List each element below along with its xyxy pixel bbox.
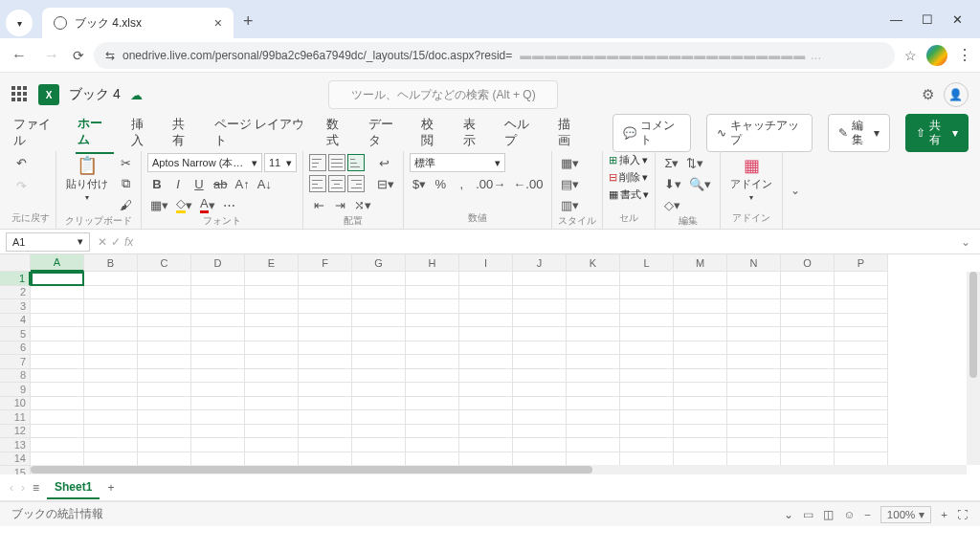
cell[interactable] (31, 438, 84, 452)
cell[interactable] (299, 272, 352, 286)
cell[interactable] (727, 383, 781, 397)
cell[interactable] (406, 299, 459, 314)
cell[interactable] (674, 425, 727, 439)
cell[interactable] (406, 272, 459, 286)
comma-icon[interactable]: , (452, 174, 471, 193)
cell[interactable] (138, 355, 191, 369)
cell[interactable] (459, 410, 513, 425)
row-header[interactable]: 10 (0, 397, 31, 411)
cell[interactable] (620, 299, 674, 314)
cell[interactable] (191, 286, 245, 300)
column-header[interactable]: K (567, 254, 620, 272)
cell[interactable] (674, 397, 727, 411)
zoom-in-icon[interactable]: + (941, 509, 947, 520)
addins-button[interactable]: ▦ アドイン▾ (726, 153, 776, 204)
cell[interactable] (352, 299, 406, 314)
cell[interactable] (245, 383, 299, 397)
cell[interactable] (31, 299, 84, 314)
align-middle-icon[interactable] (328, 154, 345, 171)
cell[interactable] (299, 286, 352, 300)
bold-icon[interactable]: B (147, 174, 167, 193)
cell[interactable] (674, 369, 727, 384)
row-header[interactable]: 7 (0, 355, 31, 369)
cell[interactable] (459, 397, 513, 411)
cell[interactable] (727, 397, 781, 411)
cell[interactable] (620, 314, 674, 328)
shrink-font-icon[interactable]: A↓ (255, 174, 275, 193)
maximize-icon[interactable]: ☐ (922, 12, 933, 27)
strike-icon[interactable]: ab (211, 174, 230, 193)
column-header[interactable]: L (620, 254, 674, 272)
new-tab-button[interactable]: + (243, 11, 254, 32)
bookmark-icon[interactable]: ☆ (904, 48, 917, 63)
cell[interactable] (513, 410, 567, 425)
row-header[interactable]: 2 (0, 286, 31, 300)
cell[interactable] (31, 314, 84, 328)
tab-insert[interactable]: 挿入 (129, 113, 156, 153)
row-header[interactable]: 12 (0, 425, 31, 439)
app-launcher-icon[interactable] (11, 86, 29, 103)
cell[interactable] (245, 314, 299, 328)
sheet-next-icon[interactable]: › (21, 481, 25, 495)
cell[interactable] (835, 286, 888, 300)
cell[interactable] (245, 425, 299, 439)
cell[interactable] (191, 355, 245, 369)
cell[interactable] (406, 342, 459, 356)
cancel-formula-icon[interactable]: ✕ (98, 235, 107, 249)
column-header[interactable]: P (835, 254, 888, 272)
row-header[interactable]: 11 (0, 410, 31, 425)
zoom-level[interactable]: 100% ▾ (880, 506, 931, 523)
cell[interactable] (781, 314, 835, 328)
cell[interactable] (513, 438, 567, 452)
cell[interactable] (299, 383, 352, 397)
cell[interactable] (84, 425, 138, 439)
cell[interactable] (245, 299, 299, 314)
cell[interactable] (674, 410, 727, 425)
tab-view[interactable]: 表示 (461, 113, 488, 153)
zoom-out-icon[interactable]: − (864, 509, 871, 520)
cell[interactable] (567, 327, 620, 342)
row-header[interactable]: 6 (0, 342, 31, 356)
align-center-icon[interactable] (328, 175, 345, 192)
minimize-icon[interactable]: ― (890, 12, 902, 27)
tab-home[interactable]: ホーム (76, 112, 113, 154)
row-header[interactable]: 9 (0, 383, 31, 397)
expand-formula-icon[interactable]: ⌄ (951, 235, 980, 249)
cell[interactable] (567, 383, 620, 397)
cell[interactable] (138, 272, 191, 286)
cell[interactable] (567, 299, 620, 314)
cell[interactable] (138, 383, 191, 397)
row-header[interactable]: 8 (0, 369, 31, 384)
cell-style-icon[interactable]: ▥▾ (558, 195, 582, 214)
align-top-icon[interactable] (309, 154, 326, 171)
cell[interactable] (513, 397, 567, 411)
cell[interactable] (84, 327, 138, 342)
currency-icon[interactable]: $▾ (410, 174, 429, 193)
font-color-icon[interactable]: A▾ (197, 195, 218, 214)
cell[interactable] (191, 327, 245, 342)
cell[interactable] (406, 438, 459, 452)
column-header[interactable]: F (299, 254, 352, 272)
cell[interactable] (781, 369, 835, 384)
cell[interactable] (138, 299, 191, 314)
cell[interactable] (406, 397, 459, 411)
cell[interactable] (138, 286, 191, 300)
cell[interactable] (138, 452, 191, 467)
indent-increase-icon[interactable]: ⇥ (330, 195, 349, 214)
cell[interactable] (406, 286, 459, 300)
close-tab-icon[interactable]: × (214, 15, 222, 31)
insert-cells-button[interactable]: ⊞ 挿入 ▾ (609, 153, 648, 167)
cell[interactable] (727, 327, 781, 342)
reload-icon[interactable]: ⟳ (73, 48, 84, 63)
cell[interactable] (84, 397, 138, 411)
cell[interactable] (620, 438, 674, 452)
cell[interactable] (727, 452, 781, 467)
editing-mode-button[interactable]: ✎ 編集 ▾ (828, 114, 891, 152)
column-header[interactable]: B (84, 254, 138, 272)
sync-icon[interactable]: ☁ (130, 88, 143, 102)
cell[interactable] (781, 383, 835, 397)
cell[interactable] (513, 425, 567, 439)
cell[interactable] (352, 286, 406, 300)
format-cells-button[interactable]: ▦ 書式 ▾ (609, 187, 649, 202)
cell[interactable] (31, 397, 84, 411)
